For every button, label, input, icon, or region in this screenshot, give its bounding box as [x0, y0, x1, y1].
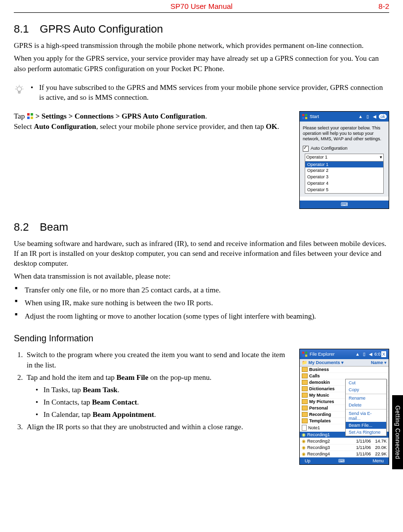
keyboard-icon[interactable]: ⌨ — [338, 458, 345, 463]
svg-rect-15 — [305, 117, 307, 119]
auto-config-label: Auto Configuration — [311, 146, 348, 151]
section-8-2-para2: When data transmission is not available,… — [14, 271, 389, 281]
windows-start-icon — [27, 113, 34, 120]
beam-note-3: Adjust the room lighting or move to anot… — [14, 311, 389, 322]
sort-by[interactable]: Name ▾ — [371, 360, 387, 365]
pda-title-text: Start — [310, 114, 319, 119]
sending-info-heading: Sending Information — [14, 333, 389, 344]
folder-icon — [302, 412, 308, 417]
svg-rect-17 — [305, 352, 307, 354]
folder-icon — [302, 367, 308, 372]
section-8-1-para2: When you apply for the GPRS service, you… — [14, 53, 389, 74]
svg-rect-13 — [305, 114, 307, 116]
menu-rename[interactable]: Rename — [346, 395, 386, 402]
folder-icon — [302, 386, 308, 391]
step-2: Tap and hold the item and tap Beam File … — [25, 372, 291, 420]
svg-line-6 — [22, 86, 23, 87]
fe-title-text: File Explorer — [310, 352, 335, 357]
close-button[interactable]: X — [381, 351, 387, 358]
svg-rect-10 — [27, 117, 30, 119]
audio-icon: ◉ — [302, 445, 306, 450]
beam-note-2: When using IR, make sure nothing is betw… — [14, 297, 389, 309]
windows-start-icon — [302, 351, 308, 357]
audio-icon: ◉ — [302, 439, 306, 444]
pda-file-explorer-screenshot: File Explorer ▲ ▯ ◀ 6:07 X 📁 My Document… — [299, 349, 389, 465]
step-2b: In Contacts, tap Beam Contact. — [36, 397, 291, 408]
list-item[interactable]: Operator 1 — [305, 162, 383, 168]
menu-cut[interactable]: Cut — [346, 379, 386, 386]
list-item[interactable]: Operator 2 — [305, 167, 383, 174]
softkey-up[interactable]: Up — [305, 458, 311, 463]
section-8-2-heading: 8.2 Beam — [14, 221, 389, 234]
folder-icon — [302, 393, 308, 398]
svg-rect-16 — [302, 352, 304, 354]
instruction-text: Tap > Settings > Connections > GPRS Auto… — [14, 111, 291, 131]
radio-icon: ▯ — [362, 352, 366, 357]
step-2a: In Tasks, tap Beam Task. — [36, 385, 291, 395]
breadcrumb[interactable]: My Documents ▾ — [309, 360, 344, 365]
context-menu: Cut Copy Rename Delete Send via E-mail..… — [345, 379, 387, 436]
pda-description: Please select your operator below. This … — [303, 125, 386, 141]
section-8-1-heading: 8.1 GPRS Auto Configuration — [14, 23, 389, 36]
operator-listbox[interactable]: Operator 1 Operator 2 Operator 3 Operato… — [305, 161, 384, 194]
svg-rect-9 — [31, 113, 33, 116]
signal-icon: ▲ — [355, 352, 360, 357]
svg-rect-12 — [302, 114, 304, 116]
list-item[interactable]: Operator 5 — [305, 187, 383, 193]
list-item[interactable]: Operator 4 — [305, 180, 383, 187]
audio-icon: ◉ — [302, 432, 306, 437]
svg-rect-18 — [302, 355, 304, 357]
folder-icon: 📁 — [302, 360, 307, 365]
audio-icon: ◉ — [302, 451, 306, 456]
keyboard-icon[interactable]: ⌨ — [341, 202, 348, 207]
lightbulb-icon — [14, 84, 25, 95]
pda-footer: ⌨ — [300, 201, 389, 208]
operator-combobox[interactable]: Operator 1▾ — [305, 154, 384, 162]
section-8-2-para1: Use beaming software and hardware, such … — [14, 239, 389, 269]
svg-rect-14 — [302, 117, 304, 119]
pda-auto-config-screenshot: Start ▲ ▯ ◀ ok Please select your operat… — [299, 111, 389, 208]
page-number: 8-2 — [378, 2, 389, 10]
auto-config-checkbox[interactable] — [303, 146, 309, 152]
softkey-menu[interactable]: Menu — [372, 458, 384, 463]
folder-row[interactable]: Business — [300, 367, 389, 373]
folder-icon — [302, 380, 308, 385]
list-item[interactable]: Operator 3 — [305, 174, 383, 180]
svg-point-0 — [17, 86, 21, 91]
tip-text: If you have subscribed to the GPRS and M… — [39, 82, 389, 103]
chevron-down-icon: ▾ — [380, 155, 382, 160]
menu-delete[interactable]: Delete — [346, 402, 386, 409]
signal-icon: ▲ — [358, 114, 363, 119]
svg-rect-11 — [31, 117, 33, 119]
ok-button[interactable]: ok — [379, 114, 387, 119]
beam-note-1: Transfer only one file, or no more than … — [14, 285, 389, 296]
folder-icon — [302, 399, 308, 404]
step-2c: In Calendar, tap Beam Appointment. — [36, 409, 291, 420]
clock-text: 6:07 — [374, 352, 379, 357]
svg-rect-8 — [27, 113, 30, 116]
note-icon — [302, 425, 307, 431]
menu-set-ringtone[interactable]: Set As Ringtone — [346, 429, 386, 436]
file-row[interactable]: ◉ Recording4 1/11/06 22.9K — [300, 451, 389, 457]
folder-icon — [302, 373, 308, 378]
tip-bullet: • — [31, 83, 33, 92]
menu-beam-file[interactable]: Beam File... — [346, 422, 386, 429]
section-8-1-para1: GPRS is a high-speed transmission throug… — [14, 41, 389, 50]
svg-line-5 — [16, 86, 17, 87]
sound-icon: ◀ — [372, 114, 377, 119]
sound-icon: ◀ — [368, 352, 373, 357]
step-3: Align the IR ports so that they are unob… — [25, 422, 291, 432]
folder-icon — [302, 418, 308, 423]
folder-icon — [302, 406, 308, 410]
step-1: Switch to the program where you created … — [25, 350, 291, 370]
file-row[interactable]: ◉ Recording3 1/11/06 20.0K — [300, 445, 389, 451]
windows-start-icon — [302, 114, 308, 120]
menu-copy[interactable]: Copy — [346, 386, 386, 393]
manual-title: SP70 User Manual — [170, 2, 233, 10]
svg-rect-19 — [305, 355, 307, 357]
section-tab: Getting Connected — [392, 395, 403, 469]
file-row[interactable]: ◉ Recording2 1/11/06 14.7K — [300, 438, 389, 445]
page-header: SP70 User Manual 8-2 — [14, 2, 389, 13]
radio-icon: ▯ — [365, 114, 370, 119]
menu-send-email[interactable]: Send via E-mail... — [346, 410, 386, 422]
